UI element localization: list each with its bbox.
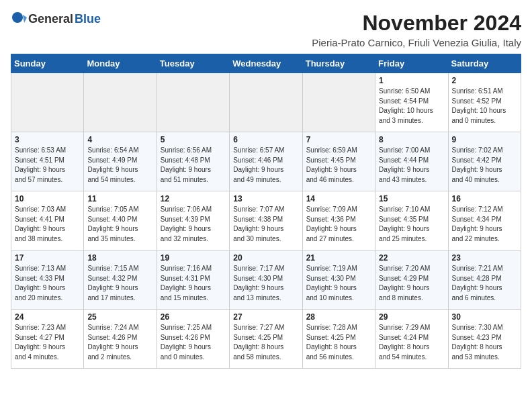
day-info: Sunrise: 7:29 AM Sunset: 4:24 PM Dayligh… [379,323,444,362]
day-info: Sunrise: 7:02 AM Sunset: 4:42 PM Dayligh… [452,146,517,185]
day-info: Sunrise: 7:13 AM Sunset: 4:33 PM Dayligh… [15,264,80,303]
logo-blue-text: Blue [75,12,101,26]
calendar-cell: 15Sunrise: 7:10 AM Sunset: 4:35 PM Dayli… [375,191,448,250]
day-number: 7 [306,135,371,144]
calendar-cell: 20Sunrise: 7:17 AM Sunset: 4:30 PM Dayli… [230,250,302,310]
day-number: 18 [87,253,152,263]
day-info: Sunrise: 6:51 AM Sunset: 4:52 PM Dayligh… [452,87,517,126]
calendar-week-row: 3Sunrise: 6:53 AM Sunset: 4:51 PM Daylig… [11,132,521,191]
calendar-cell: 19Sunrise: 7:16 AM Sunset: 4:31 PM Dayli… [157,250,229,310]
calendar-cell: 21Sunrise: 7:19 AM Sunset: 4:30 PM Dayli… [302,250,375,310]
day-number: 19 [161,253,226,263]
calendar-cell: 4Sunrise: 6:54 AM Sunset: 4:49 PM Daylig… [84,132,157,191]
day-number: 2 [452,76,517,85]
calendar-cell: 28Sunrise: 7:28 AM Sunset: 4:25 PM Dayli… [302,310,375,369]
day-number: 4 [87,135,152,144]
header-saturday: Saturday [448,54,521,73]
day-info: Sunrise: 6:57 AM Sunset: 4:46 PM Dayligh… [233,146,298,185]
header-monday: Monday [84,54,157,73]
calendar-cell [84,73,157,132]
logo-general-text: General [28,12,73,26]
calendar-cell: 12Sunrise: 7:06 AM Sunset: 4:39 PM Dayli… [157,191,229,250]
day-info: Sunrise: 6:56 AM Sunset: 4:48 PM Dayligh… [161,146,226,185]
title-block: November 2024 Pieria-Prato Carnico, Friu… [312,11,521,48]
day-info: Sunrise: 7:05 AM Sunset: 4:40 PM Dayligh… [87,205,152,244]
day-number: 3 [15,135,80,144]
day-number: 12 [161,194,226,203]
calendar-cell: 16Sunrise: 7:12 AM Sunset: 4:34 PM Dayli… [448,191,521,250]
day-number: 17 [15,253,80,263]
day-info: Sunrise: 6:53 AM Sunset: 4:51 PM Dayligh… [15,146,80,185]
calendar-cell: 26Sunrise: 7:25 AM Sunset: 4:26 PM Dayli… [157,310,229,369]
calendar-cell: 11Sunrise: 7:05 AM Sunset: 4:40 PM Dayli… [84,191,157,250]
day-info: Sunrise: 7:03 AM Sunset: 4:41 PM Dayligh… [15,205,80,244]
calendar-week-row: 1Sunrise: 6:50 AM Sunset: 4:54 PM Daylig… [11,73,521,132]
day-info: Sunrise: 7:12 AM Sunset: 4:34 PM Dayligh… [452,205,517,244]
calendar-table: SundayMondayTuesdayWednesdayThursdayFrid… [11,54,521,369]
day-number: 27 [233,312,298,322]
calendar-cell: 17Sunrise: 7:13 AM Sunset: 4:33 PM Dayli… [11,250,84,310]
header-sunday: Sunday [11,54,84,73]
day-number: 14 [306,194,371,203]
day-info: Sunrise: 7:28 AM Sunset: 4:25 PM Dayligh… [306,323,371,362]
calendar-cell: 5Sunrise: 6:56 AM Sunset: 4:48 PM Daylig… [157,132,229,191]
page-header: General Blue November 2024 Pieria-Prato … [11,11,521,48]
svg-marker-1 [23,15,27,23]
calendar-cell: 24Sunrise: 7:23 AM Sunset: 4:27 PM Dayli… [11,310,84,369]
calendar-subtitle: Pieria-Prato Carnico, Friuli Venezia Giu… [312,37,521,48]
calendar-cell: 2Sunrise: 6:51 AM Sunset: 4:52 PM Daylig… [448,73,521,132]
day-number: 8 [379,135,444,144]
day-number: 25 [87,312,152,322]
day-number: 24 [15,312,80,322]
day-number: 23 [452,253,517,263]
day-number: 11 [87,194,152,203]
calendar-cell: 8Sunrise: 7:00 AM Sunset: 4:44 PM Daylig… [375,132,448,191]
calendar-title: November 2024 [312,11,521,36]
calendar-cell: 10Sunrise: 7:03 AM Sunset: 4:41 PM Dayli… [11,191,84,250]
day-info: Sunrise: 6:54 AM Sunset: 4:49 PM Dayligh… [87,146,152,185]
calendar-week-row: 24Sunrise: 7:23 AM Sunset: 4:27 PM Dayli… [11,310,521,369]
day-info: Sunrise: 7:27 AM Sunset: 4:25 PM Dayligh… [233,323,298,362]
day-info: Sunrise: 7:00 AM Sunset: 4:44 PM Dayligh… [379,146,444,185]
day-info: Sunrise: 7:15 AM Sunset: 4:32 PM Dayligh… [87,264,152,303]
calendar-cell [302,73,375,132]
calendar-cell: 23Sunrise: 7:21 AM Sunset: 4:28 PM Dayli… [448,250,521,310]
header-thursday: Thursday [302,54,375,73]
day-number: 21 [306,253,371,263]
day-number: 30 [452,312,517,322]
day-number: 15 [379,194,444,203]
calendar-cell: 25Sunrise: 7:24 AM Sunset: 4:26 PM Dayli… [84,310,157,369]
day-info: Sunrise: 7:20 AM Sunset: 4:29 PM Dayligh… [379,264,444,303]
day-number: 13 [233,194,298,203]
calendar-cell: 18Sunrise: 7:15 AM Sunset: 4:32 PM Dayli… [84,250,157,310]
day-info: Sunrise: 7:06 AM Sunset: 4:39 PM Dayligh… [161,205,226,244]
calendar-week-row: 17Sunrise: 7:13 AM Sunset: 4:33 PM Dayli… [11,250,521,310]
svg-point-0 [12,12,23,23]
calendar-cell [157,73,229,132]
calendar-cell: 29Sunrise: 7:29 AM Sunset: 4:24 PM Dayli… [375,310,448,369]
day-info: Sunrise: 7:10 AM Sunset: 4:35 PM Dayligh… [379,205,444,244]
day-info: Sunrise: 7:24 AM Sunset: 4:26 PM Dayligh… [87,323,152,362]
day-number: 1 [379,76,444,85]
day-number: 20 [233,253,298,263]
day-info: Sunrise: 7:19 AM Sunset: 4:30 PM Dayligh… [306,264,371,303]
day-number: 29 [379,312,444,322]
logo: General Blue [11,11,101,27]
calendar-cell [11,73,84,132]
day-info: Sunrise: 7:30 AM Sunset: 4:23 PM Dayligh… [452,323,517,362]
header-friday: Friday [375,54,448,73]
day-info: Sunrise: 7:09 AM Sunset: 4:36 PM Dayligh… [306,205,371,244]
calendar-cell: 1Sunrise: 6:50 AM Sunset: 4:54 PM Daylig… [375,73,448,132]
day-info: Sunrise: 6:59 AM Sunset: 4:45 PM Dayligh… [306,146,371,185]
calendar-cell: 7Sunrise: 6:59 AM Sunset: 4:45 PM Daylig… [302,132,375,191]
day-number: 28 [306,312,371,322]
calendar-cell: 14Sunrise: 7:09 AM Sunset: 4:36 PM Dayli… [302,191,375,250]
header-tuesday: Tuesday [157,54,229,73]
day-info: Sunrise: 7:21 AM Sunset: 4:28 PM Dayligh… [452,264,517,303]
day-number: 6 [233,135,298,144]
day-info: Sunrise: 7:16 AM Sunset: 4:31 PM Dayligh… [161,264,226,303]
calendar-cell: 22Sunrise: 7:20 AM Sunset: 4:29 PM Dayli… [375,250,448,310]
calendar-cell: 30Sunrise: 7:30 AM Sunset: 4:23 PM Dayli… [448,310,521,369]
calendar-cell: 3Sunrise: 6:53 AM Sunset: 4:51 PM Daylig… [11,132,84,191]
day-number: 26 [161,312,226,322]
